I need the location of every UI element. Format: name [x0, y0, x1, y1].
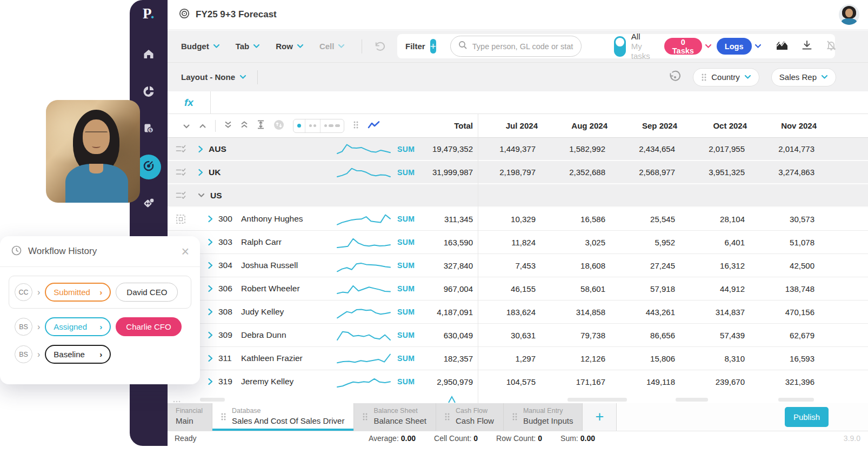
user-avatar[interactable] — [839, 4, 859, 25]
menu-cell[interactable]: Cell — [319, 42, 345, 51]
month-cell[interactable]: 16,312 — [687, 261, 757, 270]
month-cell[interactable]: 2,352,688 — [547, 168, 617, 177]
month-cell[interactable]: 62,679 — [757, 331, 826, 340]
total-cell[interactable]: 31,999,987 — [424, 168, 478, 177]
collapse-row-icon[interactable] — [183, 121, 190, 131]
month-cell[interactable]: 2,017,955 — [687, 144, 757, 153]
month-cell[interactable]: 3,025 — [547, 238, 617, 247]
row-label-cell[interactable]: US — [193, 191, 335, 201]
sheet-tab-main[interactable]: Financial Main — [168, 403, 212, 431]
total-column-header[interactable]: Total — [397, 121, 478, 130]
month-cell[interactable]: 15,806 — [617, 354, 687, 363]
sheet-tab-balance-sheet[interactable]: Balance Sheet Balance Sheet — [354, 403, 436, 431]
publish-button[interactable]: Publish — [785, 407, 829, 427]
collapse-all-icon[interactable] — [224, 121, 232, 131]
tasks-scope-toggle[interactable] — [614, 36, 626, 57]
workflow-status-pill[interactable]: Baseline› — [45, 345, 111, 364]
toggle-option-all[interactable]: All — [631, 32, 650, 42]
month-cell[interactable]: 1,449,377 — [478, 144, 547, 153]
total-cell[interactable]: 19,479,352 — [424, 144, 478, 153]
total-cell[interactable]: 967,004 — [424, 284, 478, 293]
month-cell[interactable]: 16,586 — [547, 215, 617, 224]
row-label-cell[interactable]: 319Jeremy Kelley — [193, 377, 335, 386]
drag-handle-icon[interactable] — [362, 412, 368, 421]
row-tasks-icon[interactable] — [175, 167, 186, 178]
month-cell[interactable]: 2,434,654 — [617, 144, 687, 153]
total-cell[interactable]: 311,345 — [424, 215, 478, 224]
menu-budget[interactable]: Budget — [181, 42, 220, 51]
month-cell[interactable]: 18,608 — [547, 261, 617, 270]
month-cell[interactable]: 2,198,797 — [478, 168, 547, 177]
month-cell[interactable]: 44,912 — [687, 284, 757, 293]
total-cell[interactable]: 2,950,979 — [424, 377, 478, 386]
month-cell[interactable]: 57,918 — [617, 284, 687, 293]
month-cell[interactable]: 8,310 — [687, 354, 757, 363]
row-label-cell[interactable]: UK — [193, 168, 335, 177]
total-cell[interactable]: 182,357 — [424, 354, 478, 363]
month-cell[interactable]: 1,297 — [478, 354, 547, 363]
month-cell[interactable]: 3,274,863 — [757, 168, 826, 177]
month-cell[interactable]: 28,104 — [687, 215, 757, 224]
sheet-tab-cash-flow[interactable]: Cash Flow Cash Flow — [436, 403, 504, 431]
month-cell[interactable]: 10,329 — [478, 215, 547, 224]
row-label-cell[interactable]: 311Kathleen Frazier — [193, 353, 335, 363]
month-cell[interactable]: 171,167 — [547, 377, 617, 386]
sidebar-item-dashboards[interactable] — [136, 80, 161, 105]
month-cell[interactable]: 314,858 — [547, 308, 617, 317]
month-column-header[interactable]: Aug 2024 — [547, 121, 617, 130]
month-cell[interactable]: 149,118 — [617, 377, 687, 386]
restore-history-icon[interactable] — [667, 70, 682, 84]
row-label-cell[interactable]: 306Robert Wheeler — [193, 284, 335, 293]
drag-handle-icon[interactable] — [512, 412, 518, 421]
month-cell[interactable]: 30,573 — [757, 215, 826, 224]
toggle-option-my-tasks[interactable]: My tasks — [631, 42, 650, 61]
layout-selector[interactable]: Layout - None — [181, 72, 246, 82]
menu-row[interactable]: Row — [276, 42, 304, 51]
month-cell[interactable]: 57,439 — [687, 331, 757, 340]
close-icon[interactable]: × — [181, 245, 189, 258]
row-label-cell[interactable]: AUS — [193, 144, 335, 154]
month-cell[interactable]: 321,396 — [757, 377, 826, 386]
search-box[interactable] — [450, 36, 582, 57]
workflow-assignee-pill[interactable]: Charlie CFO — [116, 317, 181, 336]
row-label-cell[interactable]: 300Anthony Hughes — [193, 214, 335, 224]
area-chart-icon[interactable] — [776, 39, 789, 53]
add-filter-button[interactable]: + — [430, 39, 436, 54]
workflow-status-pill[interactable]: Submitted› — [45, 283, 111, 302]
download-icon[interactable] — [801, 39, 813, 53]
logs-chevron-icon[interactable] — [755, 44, 762, 49]
drag-handle-icon[interactable] — [221, 412, 226, 421]
month-cell[interactable]: 11,824 — [478, 238, 547, 247]
month-cell[interactable]: 314,837 — [687, 308, 757, 317]
total-cell[interactable]: 4,187,091 — [424, 308, 478, 317]
month-cell[interactable]: 2,568,977 — [617, 168, 687, 177]
month-cell[interactable]: 58,601 — [547, 284, 617, 293]
row-tasks-icon[interactable] — [175, 190, 186, 201]
month-cell[interactable]: 51,078 — [757, 238, 826, 247]
month-cell[interactable]: 12,126 — [547, 354, 617, 363]
add-sheet-button[interactable]: + — [583, 403, 617, 431]
drag-handle-icon[interactable] — [701, 73, 707, 82]
menu-tab[interactable]: Tab — [236, 42, 261, 51]
expand-row-icon[interactable] — [199, 121, 206, 131]
month-cell[interactable]: 104,575 — [478, 377, 547, 386]
drag-handle-icon[interactable] — [353, 121, 359, 131]
month-cell[interactable]: 6,401 — [687, 238, 757, 247]
display-density-toggle[interactable] — [293, 119, 344, 133]
sheet-tab-budget-inputs[interactable]: Manual Entry Budget Inputs — [504, 403, 583, 431]
total-cell[interactable]: 327,840 — [424, 261, 478, 270]
sidebar-item-allocations[interactable] — [136, 192, 161, 217]
workflow-assignee-pill[interactable]: David CEO — [116, 283, 178, 302]
month-cell[interactable]: 2,014,773 — [757, 144, 826, 153]
sidebar-item-home[interactable] — [136, 43, 161, 68]
drag-handle-icon[interactable] — [444, 412, 450, 421]
fit-row-height-icon[interactable] — [257, 120, 265, 131]
undo-button[interactable] — [373, 41, 385, 52]
tasks-button[interactable]: 0 Tasks — [664, 38, 702, 55]
logs-button[interactable]: Logs — [717, 38, 752, 55]
month-column-header[interactable]: Sep 2024 — [617, 121, 687, 130]
month-cell[interactable]: 42,500 — [757, 261, 826, 270]
expand-all-icon[interactable] — [241, 121, 248, 131]
total-cell[interactable]: 163,590 — [424, 238, 478, 247]
row-label-cell[interactable]: 304Joshua Russell — [193, 261, 335, 270]
